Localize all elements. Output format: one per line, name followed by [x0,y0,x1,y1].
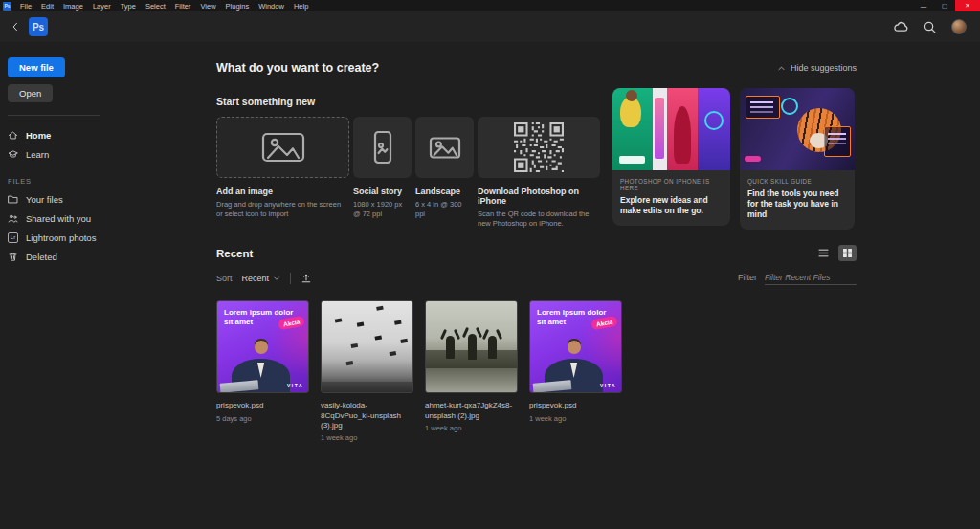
app-header: Ps [0,11,980,42]
file-name: vasily-koloda-8CqDvPuo_kI-unsplash (3).j… [321,401,413,430]
chevron-down-icon [273,275,280,282]
account-avatar[interactable] [951,19,967,34]
sidebar-item-home[interactable]: Home [8,125,207,144]
promo-photoshop-iphone[interactable]: PHOTOSHOP ON IPHONE IS HERE Explore new … [612,88,730,226]
search-icon [923,20,937,34]
main-content: What do you want to create? Hide suggest… [216,42,857,529]
file-name: ahmet-kurt-qxa7JgkZ4s8-unsplash (2).jpg [425,401,518,421]
card-social-story: Social story 1080 x 1920 px @ 72 ppi [353,117,412,229]
file-card-prispevok-2[interactable]: Lorem ipsum dolorsit amet Akcia VITA pri… [529,300,622,442]
file-thumbnail: Lorem ipsum dolorsit amet Akcia VITA [529,300,622,393]
file-card-vasily[interactable]: vasily-koloda-8CqDvPuo_kI-unsplash (3).j… [321,300,413,442]
minimize-button[interactable]: — [913,0,934,11]
promo-skill-guide-image [740,88,855,170]
sidebar-item-shared-with-you[interactable]: Shared with you [8,209,207,228]
open-button[interactable]: Open [8,84,53,102]
start-something-new-label: Start something new [216,96,600,107]
recent-files-grid: Lorem ipsum dolorsit amet Akcia VITA pri… [216,300,857,442]
card-description: 1080 x 1920 px @ 72 ppi [353,200,412,219]
card-landscape: Landscape 6 x 4 in @ 300 ppi [415,117,474,229]
close-button[interactable]: ✕ [955,0,980,11]
file-timestamp: 1 week ago [321,433,413,442]
menu-window[interactable]: Window [254,0,289,11]
filter-label: Filter [738,273,757,282]
recent-title: Recent [216,248,253,259]
view-toggle [814,245,857,261]
sidebar-divider [8,115,100,116]
card-title: Download Photoshop on iPhone [478,187,600,206]
file-name: prispevok.psd [529,401,622,410]
sidebar-item-learn[interactable]: Learn [8,144,207,164]
page-title: What do you want to create? [216,61,379,75]
card-title: Social story [353,187,412,196]
card-title: Landscape [415,187,474,196]
folder-icon [8,194,18,205]
card-add-an-image: Add an image Drag and drop anywhere on t… [216,117,349,229]
menu-image[interactable]: Image [58,0,88,11]
silhouette-figure [468,334,477,360]
home-body: New file Open Home Learn FILES Your file… [0,42,980,529]
menu-file[interactable]: File [15,0,36,11]
chevron-left-icon [10,21,21,33]
sidebar-item-deleted[interactable]: Deleted [8,247,207,266]
vertical-divider [290,273,291,284]
phone-icon [373,130,392,165]
cloud-icon [893,19,908,34]
graduation-caps [335,319,343,323]
menu-bar: Ps File Edit Image Layer Type Select Fil… [0,0,980,11]
file-thumbnail [425,300,518,393]
menu-help[interactable]: Help [289,0,313,11]
promo-quick-skill-guide[interactable]: QUICK SKILL GUIDE Find the tools you nee… [740,88,855,230]
silhouette-figure [446,336,455,359]
filter-input[interactable] [765,271,857,285]
image-placeholder-icon [261,132,305,163]
new-file-button[interactable]: New file [8,57,65,77]
menu-plugins[interactable]: Plugins [221,0,255,11]
card-description: Scan the QR code to download the new Pho… [478,209,600,229]
sidebar: New file Open Home Learn FILES Your file… [0,42,216,529]
back-button[interactable] [8,19,23,34]
cloud-sync-button[interactable] [893,19,908,34]
maximize-button[interactable]: ▢ [934,0,955,11]
menu-view[interactable]: View [195,0,220,11]
list-view-button[interactable] [814,245,833,261]
menu-type[interactable]: Type [116,0,141,11]
sidebar-item-label: Deleted [26,252,57,262]
sidebar-item-label: Learn [26,149,49,160]
menu-edit[interactable]: Edit [36,0,58,11]
sidebar-item-label: Your files [26,194,63,205]
file-card-prispevok-1[interactable]: Lorem ipsum dolorsit amet Akcia VITA pri… [216,300,309,442]
sidebar-item-lightroom-photos[interactable]: Lr Lightroom photos [8,228,207,247]
file-timestamp: 5 days ago [216,414,309,423]
social-story-tile[interactable] [353,117,412,178]
menu-select[interactable]: Select [141,0,170,11]
hide-suggestions-button[interactable]: Hide suggestions [777,63,857,73]
sort-dropdown[interactable]: Recent [242,274,281,283]
lightroom-icon: Lr [8,232,18,243]
graduation-cap-icon [8,149,18,160]
photoshop-home-window: Ps File Edit Image Layer Type Select Fil… [0,0,980,529]
promo-title: Explore new ideas and make edits on the … [620,195,723,216]
sort-label: Sort [216,274,233,283]
photoshop-logo: Ps [29,17,48,36]
file-timestamp: 1 week ago [425,424,518,432]
upload-button[interactable] [301,273,312,284]
sidebar-item-your-files[interactable]: Your files [8,189,207,209]
sidebar-item-label: Lightroom photos [26,232,96,243]
card-description: Drag and drop anywhere on the screen or … [216,200,349,219]
people-icon [8,213,18,224]
file-card-ahmet[interactable]: ahmet-kurt-qxa7JgkZ4s8-unsplash (2).jpg … [425,300,518,442]
landscape-image-icon [429,136,461,160]
suggestions-section: Start something new Add an image Drag an… [216,88,857,230]
app-icon: Ps [3,2,11,11]
search-button[interactable] [923,20,937,34]
vita-logo: VITA [600,383,616,388]
grid-view-button[interactable] [838,245,857,261]
landscape-tile[interactable] [415,117,474,178]
menu-layer[interactable]: Layer [88,0,116,11]
menu-filter[interactable]: Filter [170,0,196,11]
file-name: prispevok.psd [216,401,309,410]
grid-view-icon [841,247,854,259]
download-iphone-tile[interactable] [478,117,600,178]
add-image-dropzone[interactable] [216,117,349,178]
